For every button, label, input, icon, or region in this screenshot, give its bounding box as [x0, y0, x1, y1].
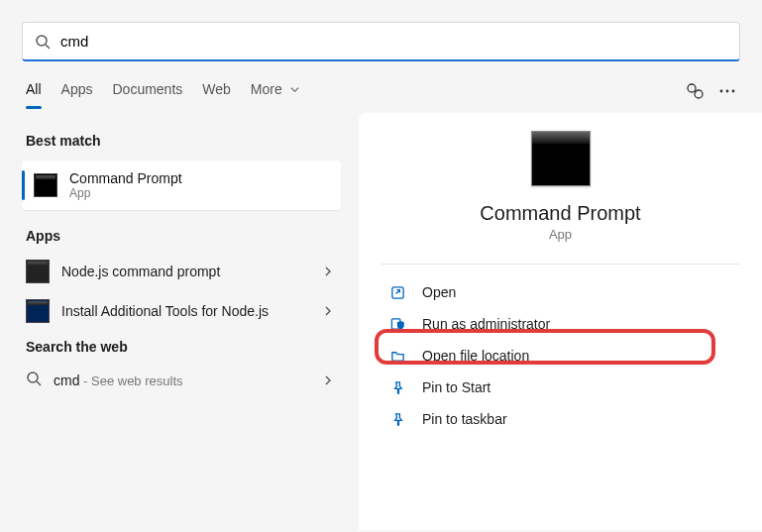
- preview-subtitle: App: [549, 227, 572, 242]
- searchbar[interactable]: [22, 22, 740, 61]
- nodejs-prompt-icon: [26, 260, 50, 283]
- search-icon: [35, 34, 51, 50]
- search-input[interactable]: [60, 33, 727, 50]
- pin-icon: [388, 412, 406, 427]
- web-item-term: cmd: [54, 372, 79, 388]
- tab-apps[interactable]: Apps: [61, 75, 93, 107]
- action-label: Run as administrator: [422, 316, 550, 332]
- preview-title: Command Prompt: [480, 202, 640, 225]
- svg-point-5: [720, 89, 723, 92]
- search-panel: { "search": { "value": "cmd" }, "tabs": …: [0, 0, 762, 532]
- svg-point-0: [37, 36, 47, 46]
- searchbar-container: [0, 0, 762, 71]
- apps-item-nodejs-prompt[interactable]: Node.js command prompt: [0, 252, 359, 291]
- section-best-match: Best match: [0, 125, 359, 157]
- tab-documents[interactable]: Documents: [112, 75, 182, 107]
- powershell-icon: [26, 299, 50, 323]
- preview-pane: Command Prompt App Open Run as administr…: [359, 113, 762, 530]
- more-options-icon[interactable]: [718, 82, 736, 100]
- preview-header: Command Prompt App: [359, 131, 762, 256]
- pin-icon: [388, 380, 406, 395]
- svg-point-6: [726, 89, 729, 92]
- svg-rect-10: [391, 286, 402, 297]
- web-item-label: cmd - See web results: [54, 372, 323, 388]
- web-item-suffix: - See web results: [79, 373, 182, 388]
- list-item-label: Install Additional Tools for Node.js: [61, 303, 323, 319]
- action-pin-to-taskbar[interactable]: Pin to taskbar: [359, 403, 762, 435]
- command-prompt-icon: [34, 173, 57, 197]
- search-icon: [26, 371, 42, 390]
- svg-point-7: [732, 89, 735, 92]
- chevron-right-icon: [323, 263, 333, 280]
- svg-point-8: [28, 372, 38, 382]
- results-column: Best match Command Prompt App Apps Node.…: [0, 111, 359, 530]
- actions-list: Open Run as administrator Open file loca…: [359, 272, 762, 439]
- action-label: Pin to Start: [422, 379, 490, 395]
- best-match-item[interactable]: Command Prompt App: [22, 160, 341, 210]
- tab-more[interactable]: More: [251, 75, 299, 107]
- list-item-label: Node.js command prompt: [61, 264, 323, 279]
- best-match-subtitle: App: [69, 186, 182, 200]
- action-open[interactable]: Open: [359, 276, 762, 308]
- chevron-right-icon: [323, 372, 333, 389]
- svg-line-9: [37, 381, 41, 385]
- tabs: All Apps Documents Web More: [26, 75, 685, 107]
- tab-more-label: More: [251, 81, 282, 97]
- action-pin-to-start[interactable]: Pin to Start: [359, 372, 762, 403]
- svg-line-1: [46, 45, 50, 49]
- web-search-item[interactable]: cmd - See web results: [0, 363, 359, 398]
- chevron-right-icon: [323, 302, 333, 320]
- section-apps: Apps: [0, 220, 359, 252]
- divider: [381, 264, 740, 265]
- folder-icon: [388, 349, 406, 364]
- section-search-web: Search the web: [0, 331, 359, 363]
- action-open-file-location[interactable]: Open file location: [359, 340, 762, 372]
- command-prompt-large-icon: [531, 131, 591, 186]
- svg-point-2: [688, 84, 696, 92]
- action-label: Pin to taskbar: [422, 411, 507, 427]
- chevron-down-icon: [290, 81, 299, 97]
- tabs-actions: [685, 81, 736, 101]
- search-settings-icon[interactable]: [685, 81, 705, 101]
- action-label: Open file location: [422, 348, 529, 364]
- svg-line-4: [695, 91, 697, 92]
- best-match-title: Command Prompt: [69, 170, 182, 186]
- action-run-as-administrator[interactable]: Run as administrator: [359, 308, 762, 340]
- tab-web[interactable]: Web: [202, 75, 231, 107]
- content: Best match Command Prompt App Apps Node.…: [0, 111, 762, 530]
- apps-item-install-tools[interactable]: Install Additional Tools for Node.js: [0, 291, 359, 331]
- open-icon: [388, 285, 406, 300]
- action-label: Open: [422, 284, 456, 300]
- shield-icon: [388, 317, 406, 332]
- tabs-row: All Apps Documents Web More: [0, 71, 762, 111]
- tab-all[interactable]: All: [26, 75, 42, 107]
